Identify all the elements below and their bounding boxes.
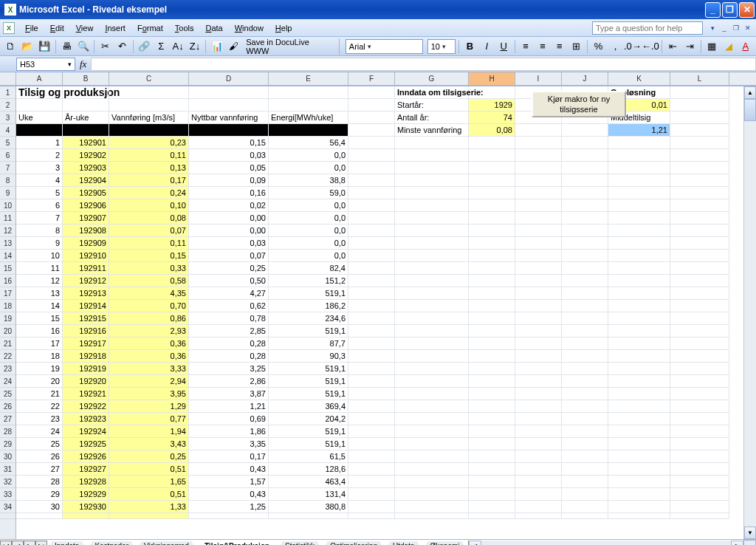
align-left-button[interactable]: ≡ [518,38,534,55]
data-row[interactable]: 201929202,942,86519,1 [16,375,743,388]
increase-indent-button[interactable]: ⇥ [682,38,698,55]
data-row[interactable]: 211929213,953,87519,1 [16,388,743,400]
tab-kostnader[interactable]: Kostnader [86,541,137,546]
align-center-button[interactable]: ≡ [535,38,551,55]
sort-asc-button[interactable]: A↓ [171,38,186,55]
minimize-button[interactable]: _ [705,2,721,18]
row-header-17[interactable]: 17 [0,287,16,300]
doc-minimize-button[interactable]: _ [719,23,729,33]
doc-close-button[interactable]: ✕ [743,23,753,33]
menu-insert[interactable]: Insert [99,22,131,34]
run-macro-button[interactable]: Kjør makro for ny tilsigsserie [532,91,626,117]
undo-button[interactable]: ↶ [114,38,130,55]
percent-button[interactable]: % [591,38,606,55]
data-row[interactable]: 71929070,080,000,0 [16,212,743,224]
italic-button[interactable]: I [479,38,495,55]
row-header-2[interactable]: 2 [0,99,16,112]
column-header-I[interactable]: I [515,72,562,86]
horizontal-scrollbar[interactable]: ◀ ▶ [468,541,743,545]
row-header-21[interactable]: 21 [0,337,16,350]
open-button[interactable]: 📂 [20,38,35,55]
vertical-scrollbar[interactable]: ▲ ▼ [743,86,756,539]
menu-data[interactable]: Data [199,22,228,34]
data-row[interactable]: 231929230,770,69204,2 [16,413,743,425]
name-box[interactable]: H53 [16,58,75,71]
menu-tools[interactable]: Tools [169,22,200,34]
align-right-button[interactable]: ≡ [551,38,567,55]
help-search-input[interactable] [592,21,703,35]
scroll-down-button[interactable]: ▼ [744,527,756,539]
font-size-selector[interactable]: 10 [427,39,456,54]
scroll-up-button[interactable]: ▲ [744,86,756,99]
column-header-A[interactable]: A [16,72,63,86]
data-row[interactable]: 91929090,110,030,0 [16,237,743,250]
row-header-15[interactable]: 15 [0,262,16,275]
data-row[interactable]: 31929030,130,050,0 [16,162,743,174]
column-header-D[interactable]: D [189,72,269,86]
scroll-thumb[interactable] [744,99,756,121]
data-row[interactable]: 171929170,360,2887,7 [16,337,743,350]
column-header-B[interactable]: B [63,72,109,86]
font-color-button[interactable]: A [738,38,753,55]
data-row[interactable]: 191929193,333,25519,1 [16,363,743,375]
row-header-4[interactable]: 4 [0,124,16,137]
data-row[interactable]: 121929120,580,50151,2 [16,275,743,287]
tab-statistikk[interactable]: Statistikk [277,541,323,546]
fill-color-button[interactable]: ◢ [721,38,736,55]
scroll-right-button[interactable]: ▶ [731,541,743,545]
fx-button[interactable]: fx [80,58,86,70]
tab-first-button[interactable]: |◀ [0,541,12,546]
menu-edit[interactable]: Edit [44,22,70,34]
row-header-35[interactable] [0,513,16,519]
data-row[interactable]: 271929270,510,43128,6 [16,463,743,476]
column-header-K[interactable]: K [608,72,670,86]
save-button[interactable]: 💾 [37,38,52,55]
data-row[interactable]: 41929040,170,0938,8 [16,174,743,187]
row-header-29[interactable]: 29 [0,438,16,450]
row-header-34[interactable]: 34 [0,501,16,513]
data-row[interactable]: 261929260,250,1761,5 [16,450,743,463]
data-row[interactable]: 221929221,291,21369,4 [16,400,743,413]
tab-tilsig-produksjon[interactable]: Tilsig&Produksjon [196,541,278,546]
doc-restore-button[interactable]: ❐ [731,23,741,33]
row-header-23[interactable]: 23 [0,363,16,375]
decrease-decimal-button[interactable]: ←.0 [642,38,659,55]
menu-view[interactable]: View [70,22,100,34]
row-header-32[interactable]: 32 [0,476,16,488]
row-header-8[interactable]: 8 [0,174,16,187]
row-header-1[interactable]: 1 [0,86,16,99]
row-header-3[interactable]: 3 [0,112,16,124]
print-preview-button[interactable]: 🔍 [75,38,91,55]
underline-button[interactable]: U [496,38,512,55]
row-header-18[interactable]: 18 [0,300,16,312]
column-header-E[interactable]: E [269,72,348,86]
close-button[interactable]: ✕ [739,2,755,18]
column-header-G[interactable]: G [395,72,469,86]
autosum-button[interactable]: Σ [154,38,169,55]
maximize-button[interactable]: ❐ [722,2,738,18]
row-header-22[interactable]: 22 [0,350,16,363]
hyperlink-button[interactable]: 🔗 [137,38,152,55]
data-row[interactable]: 21929020,110,030,0 [16,149,743,162]
row-header-14[interactable]: 14 [0,250,16,262]
data-row[interactable]: 161929162,932,85519,1 [16,325,743,337]
sort-desc-button[interactable]: Z↓ [188,38,203,55]
row-header-12[interactable]: 12 [0,224,16,237]
row-header-27[interactable]: 27 [0,413,16,425]
data-row[interactable]: 181929180,360,2890,3 [16,350,743,363]
tab-next-button[interactable]: ▶ [24,541,35,546]
chart-wizard-button[interactable]: 📊 [209,38,224,55]
data-row[interactable]: 151929150,860,78234,6 [16,312,743,325]
print-button[interactable]: 🖶 [59,38,75,55]
new-button[interactable]: 🗋 [3,38,18,55]
row-header-19[interactable]: 19 [0,312,16,325]
row-header-25[interactable]: 25 [0,388,16,400]
row-header-31[interactable]: 31 [0,463,16,476]
data-row[interactable]: 111929110,330,2582,4 [16,262,743,275]
row-header-9[interactable]: 9 [0,187,16,199]
borders-button[interactable]: ▦ [704,38,720,55]
data-row[interactable]: 281929281,651,57463,4 [16,476,743,488]
tab-prev-button[interactable]: ◀ [12,541,24,546]
data-row[interactable]: 101929100,150,070,0 [16,250,743,262]
column-header-C[interactable]: C [109,72,189,86]
